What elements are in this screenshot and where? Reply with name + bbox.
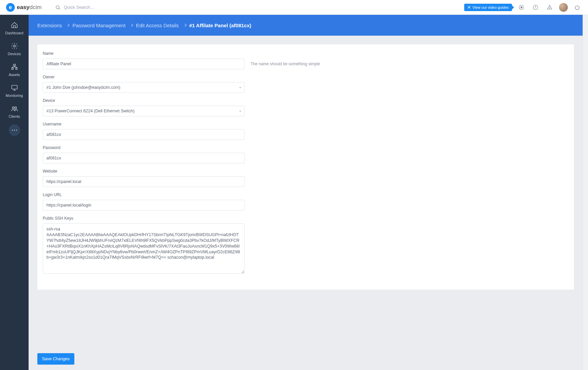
sidebar-item-dashboard[interactable]: Dashboard [0, 18, 29, 38]
svg-point-10 [549, 8, 550, 8]
input-password[interactable] [43, 153, 245, 163]
breadcrumb: Extensions Password Management Edit Acce… [29, 15, 583, 36]
sidebar-item-label: Monitoring [6, 94, 23, 98]
main: Extensions Password Management Edit Acce… [29, 15, 583, 370]
logo-mark-icon: e [6, 3, 15, 12]
label-ssh: Public SSH Keys [43, 216, 568, 221]
svg-rect-13 [13, 64, 15, 66]
chevron-right-icon [184, 24, 187, 27]
label-device: Device [43, 98, 568, 103]
caret-down-icon: ▾ [240, 86, 241, 89]
avatar[interactable] [559, 3, 568, 12]
top-right: View our video guides [464, 3, 582, 12]
svg-point-0 [56, 5, 59, 8]
field-website: Website [43, 169, 568, 187]
sidebar-item-assets[interactable]: Assets [0, 60, 29, 80]
logo-bold: easy [17, 4, 30, 10]
label-name: Name [43, 51, 568, 56]
alert-triangle-icon[interactable] [545, 3, 554, 12]
svg-marker-5 [521, 6, 523, 8]
label-login-url: Login URL [43, 192, 568, 197]
home-icon [11, 22, 18, 29]
topbar: e easydcim View our video guides [0, 0, 588, 15]
svg-rect-16 [11, 85, 17, 89]
close-small-icon [468, 6, 471, 9]
sidebar-item-monitoring[interactable]: Monitoring [0, 81, 29, 101]
logo[interactable]: e easydcim [6, 3, 42, 12]
search-input[interactable] [64, 5, 165, 10]
field-password: Password [43, 145, 568, 163]
content: Name The name should be something simple… [29, 36, 583, 348]
logo-text: easydcim [17, 4, 42, 11]
monitor-icon [11, 84, 18, 91]
svg-point-23 [16, 130, 17, 131]
svg-point-8 [535, 6, 536, 6]
logo-thin: dcim [30, 4, 42, 10]
input-name[interactable] [43, 59, 245, 69]
sidebar-item-label: Dashboard [5, 31, 24, 35]
label-website: Website [43, 169, 568, 174]
sidebar-item-devices[interactable]: Devices [0, 39, 29, 59]
svg-point-22 [14, 130, 15, 131]
svg-point-20 [14, 107, 16, 109]
field-owner: Owner #1 John Doe (johndoe@easydcim.com)… [43, 75, 568, 93]
svg-rect-15 [15, 68, 17, 70]
footer-actions: Save Changes [29, 348, 583, 370]
field-ssh: Public SSH Keys [43, 216, 568, 275]
sidebar-item-label: Assets [9, 73, 20, 77]
svg-point-12 [13, 45, 15, 47]
play-circle-icon[interactable] [517, 3, 526, 12]
chevron-right-icon [67, 24, 70, 27]
select-owner[interactable]: #1 John Doe (johndoe@easydcim.com) ▾ [43, 82, 245, 93]
field-username: Username [43, 122, 568, 140]
search[interactable] [55, 5, 464, 10]
sidebar-item-clients[interactable]: Clients [0, 102, 29, 122]
sidebar: Dashboard Devices Assets Monitoring Clie… [0, 15, 29, 370]
svg-rect-14 [11, 68, 13, 70]
users-icon [11, 105, 18, 112]
select-device-value: #13 PowerConnect 6224 (Dell Ethernet Swi… [46, 109, 135, 113]
input-website[interactable] [43, 176, 245, 187]
power-icon[interactable] [573, 3, 582, 12]
chevron-right-icon [131, 24, 133, 27]
hint-name: The name should be something simple [251, 62, 320, 66]
crumb-edit-access-details[interactable]: Edit Access Details [136, 23, 179, 28]
save-button[interactable]: Save Changes [37, 353, 74, 365]
select-device[interactable]: #13 PowerConnect 6224 (Dell Ethernet Swi… [43, 106, 245, 116]
sidebar-item-label: Clients [9, 114, 20, 118]
form-card: Name The name should be something simple… [37, 44, 574, 290]
video-guides-button[interactable]: View our video guides [464, 4, 512, 11]
gear-icon [11, 42, 18, 50]
textarea-ssh[interactable] [43, 223, 245, 274]
info-circle-icon[interactable] [531, 3, 540, 12]
scrollbar[interactable] [583, 15, 588, 370]
more-horizontal-icon [12, 130, 17, 131]
sidebar-more-button[interactable] [9, 124, 20, 136]
svg-point-21 [12, 130, 13, 131]
label-password: Password [43, 145, 568, 150]
field-login-url: Login URL [43, 192, 568, 211]
field-name: Name The name should be something simple [43, 51, 568, 69]
svg-point-19 [12, 107, 14, 109]
search-icon [55, 5, 61, 10]
crumb-password-management[interactable]: Password Management [72, 23, 125, 28]
input-username[interactable] [43, 129, 245, 140]
label-owner: Owner [43, 75, 568, 79]
sidebar-item-label: Devices [8, 52, 21, 56]
crumb-current: #1 Affilate Panel (af081cx) [189, 23, 252, 28]
svg-line-1 [59, 8, 60, 9]
select-owner-value: #1 John Doe (johndoe@easydcim.com) [46, 85, 120, 90]
label-username: Username [43, 122, 568, 126]
sitemap-icon [11, 63, 18, 71]
crumb-extensions[interactable]: Extensions [37, 23, 62, 28]
field-device: Device #13 PowerConnect 6224 (Dell Ether… [43, 98, 568, 116]
input-login-url[interactable] [43, 200, 245, 211]
caret-down-icon: ▾ [240, 110, 241, 113]
video-guides-label: View our video guides [473, 5, 509, 9]
